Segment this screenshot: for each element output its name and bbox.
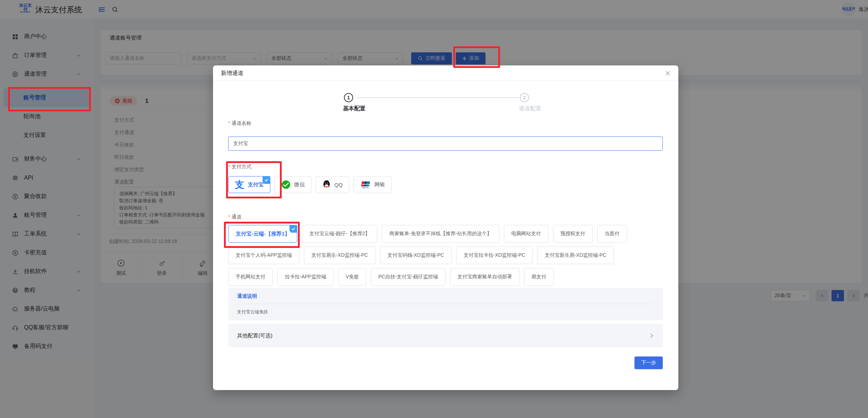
channel-option-label: 支付宝-云端-【推荐1】 (236, 231, 290, 237)
channel-option-label: 电脑网站支付 (511, 231, 541, 237)
pay-option-label: 网银 (374, 181, 385, 188)
chevron-right-icon (649, 333, 654, 338)
pay-option-label: 支付宝 (248, 181, 264, 188)
channel-option[interactable]: 易支付 (524, 268, 554, 286)
channel-name-label: 通道名称 (228, 120, 251, 127)
other-config-toggle[interactable]: 其他配置(可选) (228, 324, 663, 347)
close-icon[interactable] (663, 69, 672, 77)
channel-options: 支付宝-云端-【推荐1】 支付宝云端-靓仔-【推荐2】 商家账单-免登录不掉线【… (228, 225, 663, 290)
qq-penguin-icon (322, 180, 331, 189)
pay-method-label: 支付方式 (228, 164, 251, 170)
step-1-circle: 1 (344, 93, 353, 102)
pay-option-wechat[interactable]: 微信 (275, 176, 311, 193)
channel-option[interactable]: 手机网站支付 (228, 268, 273, 286)
channel-options-row: 手机网站支付 拉卡拉-APP监控端 V免签 PC自挂-支付宝-靓仔监控端 支付宝… (228, 268, 663, 286)
channel-options-row: 支付宝-云端-【推荐1】 支付宝云端-靓仔-【推荐2】 商家账单-免登录不掉线【… (228, 225, 663, 243)
pay-option-alipay[interactable]: 支 支付宝 (228, 176, 270, 193)
channel-description-title: 通道说明 (237, 293, 654, 300)
channel-option[interactable]: 支付宝个人码-APP监控端 (228, 246, 299, 264)
wechat-icon (281, 180, 291, 189)
pay-option-label: QQ (334, 182, 343, 188)
channel-option[interactable]: 支付宝易生-XD监控端-PC (304, 246, 375, 264)
other-config-label: 其他配置(可选) (237, 332, 272, 339)
step-2-label: 通道配置 (511, 105, 550, 112)
channel-option[interactable]: 支付宝新生易-XD监控端-PC (537, 246, 614, 264)
channel-option-label: 支付宝码钱-XD监控端-PC (387, 252, 444, 259)
channel-description-text: 支付宝云端免挂 (237, 309, 654, 315)
add-channel-modal: 新增通道 1 2 基本配置 通道配置 通道名称 支付方式 支 支付宝 微信 (213, 65, 678, 390)
channel-option-label: PC自挂-支付宝-靓仔监控端 (378, 274, 438, 280)
channel-option[interactable]: 支付宝码钱-XD监控端-PC (380, 246, 452, 264)
step-2-circle: 2 (520, 93, 529, 102)
channel-option-label: 支付宝拉卡拉-XD监控端-PC (464, 252, 525, 259)
channel-option-label: V免签 (346, 274, 359, 280)
channel-option-label: 预授权支付 (561, 231, 585, 237)
modal-title: 新增通道 (221, 65, 243, 81)
channel-description-panel: 通道说明 支付宝云端免挂 (228, 288, 663, 320)
channel-option[interactable]: 当面付 (597, 225, 627, 243)
channel-option-label: 支付宝云端-靓仔-【推荐2】 (309, 231, 370, 237)
channel-select-label: 通道 (228, 214, 241, 220)
channel-option-label: 手机网站支付 (236, 274, 265, 280)
channel-option-label: 支付宝新生易-XD监控端-PC (545, 252, 606, 259)
channel-option[interactable]: PC自挂-支付宝-靓仔监控端 (371, 268, 446, 286)
unionpay-icon: UnionPay银联特约 (360, 181, 371, 188)
pay-method-options: 支 支付宝 微信 QQ UnionPay银联特约 网银 (228, 176, 392, 193)
channel-option[interactable]: 支付宝商家账单自动部署 (450, 268, 519, 286)
check-badge-icon (263, 176, 270, 184)
svg-text:UnionPay: UnionPay (362, 183, 370, 185)
pay-option-label: 微信 (294, 181, 305, 188)
divider (237, 304, 654, 304)
pay-option-netbank[interactable]: UnionPay银联特约 网银 (353, 176, 392, 193)
channel-option-label: 当面付 (605, 231, 620, 237)
step-connector (356, 97, 518, 98)
next-step-button[interactable]: 下一步 (634, 356, 663, 369)
modal-header: 新增通道 (213, 65, 678, 81)
channel-option[interactable]: 支付宝拉卡拉-XD监控端-PC (456, 246, 533, 264)
alipay-icon: 支 (235, 180, 244, 189)
channel-option[interactable]: 拉卡拉-APP监控端 (277, 268, 334, 286)
app-root: 沐云支付 MUYUNPAY 沐云支付系统 沐云支付 MUYUNPAY 逸沐 商户… (0, 0, 868, 418)
channel-options-row: 支付宝个人码-APP监控端 支付宝易生-XD监控端-PC 支付宝码钱-XD监控端… (228, 246, 663, 264)
channel-option[interactable]: 支付宝云端-靓仔-【推荐2】 (302, 225, 377, 243)
pay-option-qq[interactable]: QQ (316, 176, 349, 193)
channel-option-label: 商家账单-免登录不掉线【推荐-站长用的这个】 (389, 231, 492, 237)
channel-option-label: 支付宝易生-XD监控端-PC (311, 252, 368, 259)
channel-option-selected[interactable]: 支付宝-云端-【推荐1】 (228, 225, 297, 243)
channel-option[interactable]: 电脑网站支付 (504, 225, 548, 243)
channel-option[interactable]: 预授权支付 (553, 225, 593, 243)
channel-option-label: 拉卡拉-APP监控端 (285, 274, 326, 280)
channel-option[interactable]: 商家账单-免登录不掉线【推荐-站长用的这个】 (382, 225, 499, 243)
channel-option-label: 易支付 (531, 274, 546, 280)
svg-text:银联特约: 银联特约 (362, 186, 369, 188)
channel-option-label: 支付宝个人码-APP监控端 (236, 252, 292, 259)
step-1-label: 基本配置 (335, 105, 374, 112)
channel-option[interactable]: V免签 (338, 268, 366, 286)
channel-name-input[interactable] (228, 137, 663, 151)
channel-option-label: 支付宝商家账单自动部署 (458, 274, 512, 280)
check-badge-icon (289, 225, 297, 233)
